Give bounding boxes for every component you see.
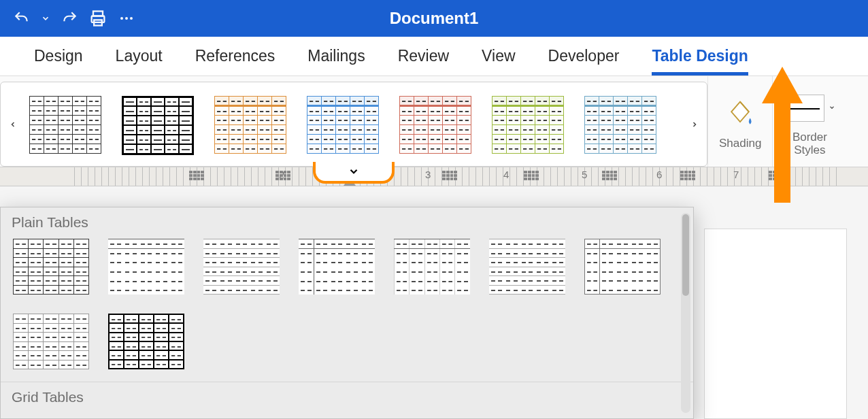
plain-table-style[interactable] bbox=[13, 239, 89, 295]
border-styles-label: Border Styles bbox=[792, 131, 827, 156]
tab-references[interactable]: References bbox=[195, 37, 276, 75]
dropdown-section-plain-tables: Plain Tables bbox=[1, 207, 693, 239]
ruler-tick-label: 7 bbox=[733, 169, 739, 180]
plain-table-style[interactable] bbox=[394, 239, 470, 295]
scrollbar-thumb[interactable] bbox=[682, 214, 689, 296]
shading-group: Shading bbox=[707, 76, 772, 167]
ribbon-content: Shading Border Styles bbox=[0, 76, 868, 167]
title-bar: Document1 bbox=[0, 0, 868, 37]
svg-point-3 bbox=[120, 17, 123, 20]
tab-mailings[interactable]: Mailings bbox=[307, 37, 365, 75]
dropdown-scrollbar[interactable] bbox=[681, 213, 690, 413]
plain-table-style[interactable] bbox=[13, 314, 89, 369]
ribbon-tabs: Design Layout References Mailings Review… bbox=[0, 37, 868, 76]
tab-marker-icon bbox=[276, 171, 290, 180]
svg-point-5 bbox=[130, 17, 133, 20]
tab-developer[interactable]: Developer bbox=[548, 37, 620, 75]
quick-access-toolbar bbox=[12, 9, 136, 28]
more-commands-button[interactable] bbox=[117, 9, 136, 28]
chevron-down-icon bbox=[829, 103, 835, 113]
gallery-expand-button[interactable] bbox=[313, 162, 395, 184]
svg-point-4 bbox=[125, 17, 128, 20]
tab-marker-icon bbox=[524, 171, 539, 180]
gallery-items bbox=[22, 96, 685, 153]
tab-marker-icon bbox=[769, 171, 784, 180]
gallery-scroll-left[interactable] bbox=[3, 81, 22, 168]
tab-view[interactable]: View bbox=[482, 37, 515, 75]
tab-design[interactable]: Design bbox=[34, 37, 83, 75]
table-style-blue[interactable] bbox=[307, 96, 379, 153]
ruler-tick-label: 4 bbox=[503, 169, 509, 180]
gallery-scroll-right[interactable] bbox=[685, 81, 704, 168]
horizontal-ruler[interactable]: 2 3 4 5 6 7 bbox=[0, 167, 868, 186]
plain-tables-grid bbox=[1, 239, 693, 382]
table-style-teal[interactable] bbox=[584, 96, 656, 153]
tab-layout[interactable]: Layout bbox=[116, 37, 163, 75]
border-styles-button[interactable] bbox=[784, 88, 835, 129]
border-style-swatch bbox=[784, 95, 824, 122]
shading-label: Shading bbox=[719, 137, 761, 150]
tab-marker-icon bbox=[442, 171, 457, 180]
undo-split-chevron[interactable] bbox=[41, 9, 50, 28]
ruler-tick-label: 3 bbox=[425, 169, 431, 180]
plain-table-style[interactable] bbox=[489, 239, 565, 295]
undo-button[interactable] bbox=[12, 9, 31, 28]
tab-table-design[interactable]: Table Design bbox=[652, 37, 748, 75]
print-button[interactable] bbox=[88, 9, 107, 28]
document-page bbox=[704, 229, 847, 419]
table-style-plain[interactable] bbox=[29, 96, 101, 153]
plain-table-style[interactable] bbox=[108, 239, 184, 295]
table-style-orange[interactable] bbox=[214, 96, 286, 153]
ruler-tick-label: 6 bbox=[656, 169, 662, 180]
dropdown-section-grid-tables: Grid Tables bbox=[1, 382, 693, 414]
table-styles-gallery bbox=[0, 82, 707, 167]
plain-table-style[interactable] bbox=[108, 314, 184, 369]
table-style-red[interactable] bbox=[399, 96, 471, 153]
tab-marker-icon bbox=[602, 171, 617, 180]
table-styles-dropdown: Plain Tables Grid Tables bbox=[0, 207, 694, 419]
shading-button[interactable] bbox=[725, 94, 755, 135]
table-style-bold-black[interactable] bbox=[122, 96, 194, 153]
plain-table-style[interactable] bbox=[299, 239, 375, 295]
border-styles-group: Border Styles bbox=[772, 76, 846, 167]
redo-button[interactable] bbox=[60, 9, 79, 28]
tab-marker-icon bbox=[680, 171, 695, 180]
plain-table-style[interactable] bbox=[584, 239, 661, 295]
tab-review[interactable]: Review bbox=[398, 37, 449, 75]
plain-table-style[interactable] bbox=[203, 239, 280, 295]
table-style-green[interactable] bbox=[492, 96, 564, 153]
ruler-tick-label: 5 bbox=[582, 169, 587, 180]
tab-marker-icon bbox=[189, 171, 204, 180]
